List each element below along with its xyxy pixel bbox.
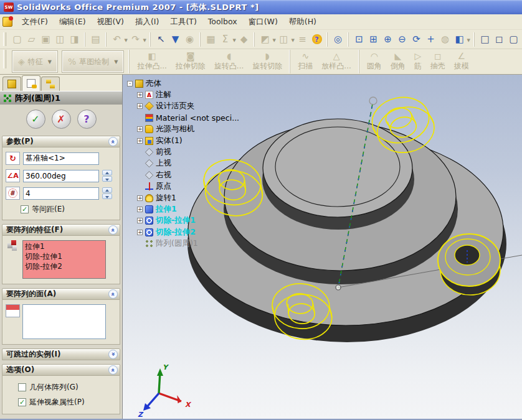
feature-tool-button[interactable]: △放样凸... — [317, 50, 355, 73]
pattern-feature-item[interactable]: 切除-拉伸1 — [25, 251, 103, 261]
propagate-visual-checkbox[interactable]: ✓ — [18, 398, 26, 406]
shaded-view-icon[interactable]: ▢ — [506, 32, 521, 47]
zoom-to-selection-icon[interactable]: ⊖ — [395, 32, 409, 47]
view-orientation-icon[interactable]: ◎ — [331, 32, 345, 47]
collapse-chevron-icon[interactable]: « — [108, 225, 118, 235]
angle-input[interactable] — [23, 170, 99, 182]
tree-expander[interactable]: + — [137, 218, 143, 223]
tree-item[interactable]: Material <not speci... — [127, 112, 239, 123]
options-icon[interactable]: ≡ — [295, 32, 310, 47]
tree-expander[interactable]: + — [137, 103, 143, 109]
feature-tool-button[interactable]: ◗旋转切除 — [248, 50, 287, 73]
feature-tool-button[interactable]: ◻抽壳 — [426, 50, 450, 73]
tree-item[interactable]: 原点 — [127, 181, 239, 192]
rebuild-icon[interactable]: ◆ — [237, 32, 251, 47]
collapse-chevron-icon[interactable]: « — [108, 365, 118, 375]
menu-item[interactable]: 插入(I) — [130, 15, 164, 29]
features-to-pattern-list[interactable]: 拉伸1切除-拉伸1切除-拉伸2 — [22, 240, 106, 279]
section-header-skip[interactable]: 可跳过的实例(I) « — [2, 348, 120, 360]
pan-icon[interactable]: + — [424, 32, 438, 47]
help-icon[interactable]: ? — [310, 32, 324, 47]
feature-tool-button[interactable]: ◠圆角 — [363, 50, 386, 73]
feature-tool-button[interactable]: ▷筋 — [410, 50, 426, 73]
tree-expander[interactable]: - — [127, 81, 133, 86]
tree-item[interactable]: +实体(1) — [127, 135, 239, 146]
feature-tool-button[interactable]: ◙拉伸切除 — [171, 50, 210, 73]
tree-item[interactable]: +切除-拉伸1 — [127, 215, 239, 226]
cancel-button[interactable]: ✗ — [52, 110, 71, 129]
menu-item[interactable]: 视图(V) — [92, 15, 130, 29]
solidworks-flyout-icon[interactable] — [2, 17, 12, 27]
help-button[interactable]: ? — [77, 110, 97, 129]
dropdown-caret-icon[interactable]: ▼ — [467, 38, 470, 43]
angle-spinner[interactable] — [102, 170, 112, 182]
features-button[interactable]: ◈特征▼ — [12, 51, 57, 72]
feature-tool-button[interactable]: %草图绘制▼ — [62, 51, 123, 72]
dropdown-caret-icon[interactable]: ▼ — [125, 38, 128, 43]
open-icon[interactable]: ▱ — [24, 32, 39, 47]
expand-chevron-icon[interactable]: « — [108, 350, 118, 359]
selected-boss-feature[interactable] — [438, 234, 500, 295]
tree-item[interactable]: -壳体 — [127, 78, 239, 89]
grid-icon[interactable]: ▦ — [204, 32, 218, 47]
new-document-icon[interactable]: ▢ — [10, 32, 24, 47]
selection-filter-icon[interactable]: ▼ — [168, 32, 183, 47]
dropdown-caret-icon[interactable]: ▼ — [114, 59, 118, 65]
toolbar-grip[interactable] — [3, 32, 6, 46]
undo-icon[interactable]: ↶▼ — [110, 32, 124, 47]
faces-to-pattern-list[interactable] — [22, 304, 106, 339]
display-style-icon[interactable]: ◧▼ — [452, 32, 467, 47]
section-view-icon[interactable]: ◩▼ — [258, 32, 272, 47]
menu-item[interactable]: Toolbox — [202, 15, 243, 29]
dimension-icon[interactable]: Σ▼ — [218, 32, 232, 47]
tab-feature-manager[interactable] — [2, 77, 21, 91]
make-drawing-icon[interactable]: ◫ — [53, 32, 67, 47]
select-icon[interactable]: ↖ — [154, 32, 168, 47]
pattern-feature-item[interactable]: 拉伸1 — [25, 241, 103, 251]
dropdown-caret-icon[interactable]: ▼ — [143, 38, 146, 43]
section-header-features[interactable]: 要阵列的特征(F) « — [2, 224, 120, 236]
section-header-parameters[interactable]: 参数(P) « — [2, 136, 120, 147]
tree-item[interactable]: 上视 — [127, 158, 239, 169]
section-header-faces[interactable]: 要阵列的面(A) « — [2, 288, 120, 300]
tree-item[interactable]: +光源与相机 — [127, 124, 239, 135]
menu-item[interactable]: 窗口(W) — [243, 15, 283, 29]
menu-item[interactable]: 帮助(H) — [283, 15, 322, 29]
tree-item[interactable]: 前视 — [127, 146, 239, 157]
dropdown-caret-icon[interactable]: ▼ — [273, 38, 276, 43]
ok-button[interactable]: ✓ — [26, 110, 45, 129]
tree-item[interactable]: +A注解 — [127, 89, 239, 100]
zoom-to-area-icon[interactable]: ⊞ — [366, 32, 381, 47]
tree-item[interactable]: +切除-拉伸2 — [127, 226, 239, 238]
make-assembly-icon[interactable]: ◨ — [67, 32, 82, 47]
tree-item[interactable]: 右视 — [127, 169, 239, 180]
tree-expander[interactable]: + — [137, 126, 143, 132]
tree-item[interactable]: +设计活页夹 — [127, 101, 239, 112]
tree-item[interactable]: 阵列(圆周)1 — [127, 238, 239, 249]
pattern-feature-item[interactable]: 切除-拉伸2 — [25, 261, 103, 271]
dropdown-caret-icon[interactable]: ▼ — [48, 59, 52, 65]
zoom-in-out-icon[interactable]: ⊕ — [381, 32, 395, 47]
zoom-to-fit-icon[interactable]: ⊡ — [352, 32, 366, 47]
tree-item[interactable]: +拉伸1 — [127, 203, 239, 215]
count-spinner[interactable] — [102, 187, 112, 199]
tree-expander[interactable]: + — [137, 138, 143, 144]
dropdown-caret-icon[interactable]: ▼ — [292, 38, 295, 43]
split-window-icon[interactable]: ◫▼ — [277, 32, 291, 47]
tree-expander[interactable]: + — [137, 230, 143, 235]
menu-item[interactable]: 工具(T) — [164, 15, 202, 29]
equal-spacing-checkbox[interactable]: ✓ — [21, 205, 29, 213]
graphics-viewport[interactable]: X Y Z -壳体+A注解+设计活页夹Material <not speci..… — [123, 75, 522, 419]
print-icon[interactable]: ▤ — [88, 32, 103, 47]
feature-tool-button[interactable]: ∿扫描 — [293, 50, 317, 73]
dropdown-caret-icon[interactable]: ▼ — [233, 38, 236, 43]
tree-expander[interactable]: + — [137, 195, 143, 201]
feature-tool-button[interactable]: ◖旋转凸... — [210, 50, 248, 73]
save-icon[interactable]: ▣ — [39, 32, 53, 47]
tree-expander[interactable]: + — [137, 207, 143, 212]
hide-show-icon[interactable]: ◍ — [438, 32, 452, 47]
collapse-chevron-icon[interactable]: « — [108, 289, 118, 299]
menu-item[interactable]: 编辑(E) — [54, 15, 92, 29]
feature-tool-button[interactable]: ∠拔模 — [450, 50, 473, 73]
tab-property-manager[interactable] — [22, 75, 40, 91]
